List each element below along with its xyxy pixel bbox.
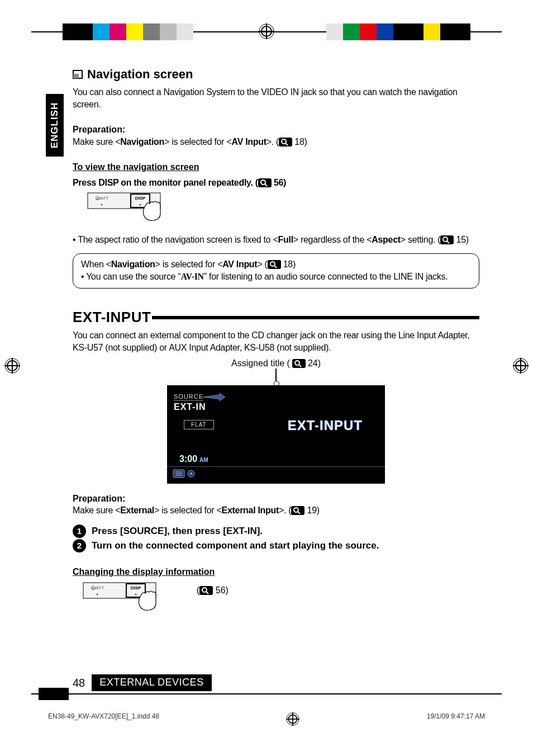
text: AV Input <box>222 259 257 269</box>
svg-point-49 <box>135 594 137 596</box>
color-swatch <box>110 23 126 40</box>
heading-ext-input-text: EXT-INPUT <box>73 309 151 326</box>
top-color-blocks-left <box>63 23 193 40</box>
svg-point-40 <box>190 472 192 475</box>
nav-press-line: Press DISP on the monitor panel repeated… <box>73 177 479 189</box>
heading-ext-input: EXT-INPUT <box>73 309 479 326</box>
reference-icon <box>268 260 281 269</box>
color-swatch <box>126 23 143 40</box>
text: When < <box>81 259 111 269</box>
footer-block-left <box>39 688 69 700</box>
text: Press DISP on the monitor panel repeated… <box>73 178 258 187</box>
note-line2: • You can use the source “AV-IN” for lis… <box>81 271 471 283</box>
text: > is selected for < <box>154 505 222 515</box>
svg-text:DISP: DISP <box>135 196 146 201</box>
page-number: 48 <box>73 677 85 689</box>
text: > is selected for < <box>164 137 232 147</box>
shot-time: 3:00AM <box>179 454 378 464</box>
registration-mark-left <box>4 358 20 374</box>
text: Navigation <box>111 259 155 269</box>
reference-icon <box>279 138 292 147</box>
text: 56) <box>213 585 229 595</box>
nav-intro-text: You can also connect a Navigation System… <box>73 86 479 110</box>
step-number-2: 2 <box>73 539 86 552</box>
nav-prep-label: Preparation: <box>73 124 479 136</box>
shot-source-label: SOURCE <box>174 393 203 401</box>
text: Assigned title ( <box>231 358 290 368</box>
step-2-text: Turn on the connected component and star… <box>92 540 379 551</box>
text: AV Input <box>232 137 266 147</box>
main-content: Navigation screen You can also connect a… <box>73 67 479 612</box>
nav-view-heading: To view the navigation screen <box>73 161 479 173</box>
ext-change-heading: Changing the display information <box>73 566 479 578</box>
ext-screenshot-wrap: Assigned title ( 24) SOURCE EXT-IN FLAT … <box>73 358 479 484</box>
reference-icon <box>199 586 213 595</box>
text: 15) <box>454 235 468 244</box>
shot-eq-label: FLAT <box>184 420 214 429</box>
color-swatch <box>63 23 93 40</box>
reference-icon <box>440 235 454 244</box>
svg-point-21 <box>101 204 103 205</box>
text: • The aspect ratio of the navigation scr… <box>73 235 278 244</box>
ext-prep-line: Make sure <External> is selected for <Ex… <box>73 504 479 517</box>
registration-mark-top <box>259 23 274 39</box>
text: External <box>120 505 154 515</box>
shot-time-value: 3:00 <box>179 454 197 464</box>
text: Full <box>278 235 293 244</box>
text: 24) <box>308 358 321 368</box>
text: >. ( <box>279 505 291 515</box>
text: > setting. ( <box>401 235 441 244</box>
color-swatch <box>393 23 423 40</box>
disp-button-illustration-2: ⏻/ATT DISP <box>83 582 170 612</box>
text: Aspect <box>372 235 401 244</box>
print-file: EN38-49_KW-AVX720[EE]_1.indd 48 <box>48 712 159 726</box>
text: Make sure < <box>73 137 120 147</box>
text: Make sure < <box>73 505 120 515</box>
shot-list-icon <box>173 469 185 478</box>
heading-navigation-screen: Navigation screen <box>73 67 479 82</box>
ext-disp-ref: ( 56) <box>197 582 229 597</box>
note-line1: When <Navigation> is selected for <AV In… <box>81 258 471 271</box>
shot-main-text: EXT-INPUT <box>288 418 363 433</box>
text: 19) <box>304 505 319 515</box>
caption-pointer <box>275 368 277 385</box>
section-title: EXTERNAL DEVICES <box>92 674 211 691</box>
text: AV-IN <box>180 272 203 281</box>
footer-rule <box>31 693 502 694</box>
language-tab-text: ENGLISH <box>49 102 60 149</box>
svg-text:⏻/ATT: ⏻/ATT <box>91 585 104 590</box>
heading-rule <box>155 316 479 319</box>
print-metadata: EN38-49_KW-AVX720[EE]_1.indd 48 19/1/09 … <box>48 712 485 726</box>
text: 18) <box>292 137 307 147</box>
text: > ( <box>257 259 267 269</box>
text: • You can use the source “ <box>81 272 180 281</box>
registration-mark-bottom <box>286 712 299 726</box>
ext-prep-label: Preparation: <box>73 493 479 505</box>
color-swatch <box>423 23 440 40</box>
svg-text:⏻/ATT: ⏻/ATT <box>95 196 109 201</box>
source-arrow-icon <box>203 393 225 401</box>
svg-point-45 <box>97 594 98 596</box>
shot-source-value: EXT-IN <box>174 402 378 412</box>
shot-time-suffix: AM <box>199 457 208 463</box>
top-color-blocks-right <box>326 23 470 40</box>
svg-rect-13 <box>73 74 79 78</box>
step-1: 1 Press [SOURCE], then press [EXT-IN]. <box>73 525 479 538</box>
shot-gear-icon <box>186 469 196 478</box>
text: External Input <box>222 505 279 515</box>
color-swatch <box>440 23 470 40</box>
disp-button-illustration: ⏻/ATT DISP <box>87 192 174 223</box>
page-footer: 48 EXTERNAL DEVICES <box>73 674 212 691</box>
text: ” for listening to an audio source conne… <box>204 272 448 281</box>
heading-navigation-text: Navigation screen <box>87 67 193 82</box>
registration-mark-right <box>513 358 529 374</box>
reference-icon <box>258 178 272 187</box>
ext-disp-row: ⏻/ATT DISP ( 56) <box>83 582 479 612</box>
svg-text:DISP: DISP <box>131 585 141 590</box>
section-bullet-icon <box>73 70 83 79</box>
text: >. ( <box>266 137 279 147</box>
color-swatch <box>360 23 377 40</box>
color-swatch <box>143 23 160 40</box>
text: 18) <box>281 259 296 269</box>
step-1-text: Press [SOURCE], then press [EXT-IN]. <box>92 526 263 537</box>
